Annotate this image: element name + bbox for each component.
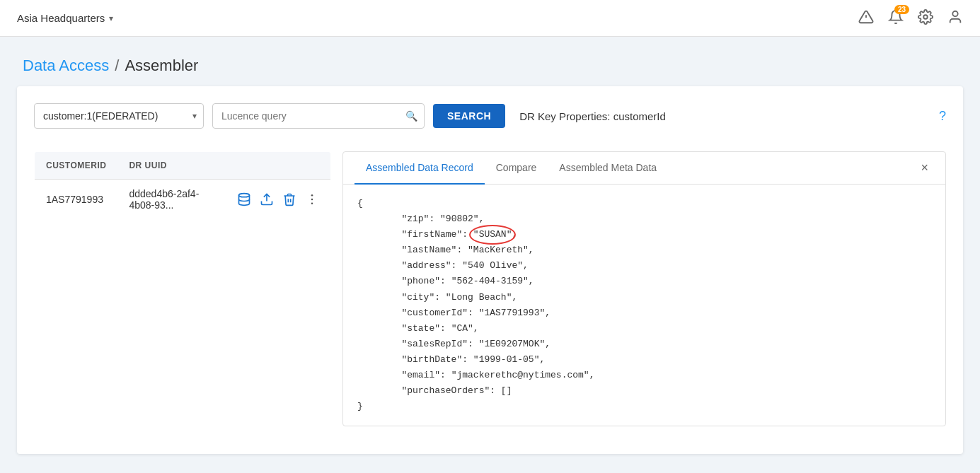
data-source-select[interactable]: customer:1(FEDERATED) customer:2(FEDERAT…: [34, 103, 204, 129]
lucence-query-input[interactable]: [212, 103, 425, 129]
upload-icon[interactable]: [260, 192, 274, 206]
tab-assembled-data-record[interactable]: Assembled Data Record: [354, 152, 485, 185]
json-value-firstname: "SUSAN": [473, 227, 512, 243]
json-value-salesrepid: "1E09207MOK": [479, 339, 546, 349]
svg-point-7: [311, 199, 313, 201]
tab-assembled-meta-data[interactable]: Assembled Meta Data: [548, 152, 668, 185]
org-name: Asia Headquarters: [17, 12, 105, 24]
cell-customerid: 1AS7791993: [35, 180, 118, 220]
breadcrumb-current: Assembler: [125, 57, 198, 75]
search-button[interactable]: SEARCH: [433, 104, 505, 128]
right-panel: Assembled Data Record Compare Assembled …: [342, 151, 946, 426]
svg-point-4: [239, 194, 250, 197]
close-icon[interactable]: ×: [915, 155, 934, 181]
breadcrumb-link[interactable]: Data Access: [23, 57, 109, 75]
table-row[interactable]: 1AS7791993 ddded4b6-2af4-4b08-93...: [35, 180, 331, 220]
delete-icon[interactable]: [282, 192, 296, 206]
row-actions: [237, 192, 319, 206]
help-icon[interactable]: ?: [939, 109, 946, 124]
more-options-icon[interactable]: [305, 192, 319, 206]
app-header: Asia Headquarters ▾ 23: [0, 0, 980, 37]
svg-point-3: [952, 11, 957, 16]
search-input-wrapper: 🔍: [212, 103, 425, 129]
json-value-email: "jmackerethc@nytimes.com": [451, 370, 589, 380]
user-icon[interactable]: [947, 9, 963, 27]
json-value-phone: "562-404-3159": [451, 276, 529, 286]
table-header-row: CUSTOMERID DR UUID: [35, 152, 331, 180]
breadcrumb-separator: /: [115, 57, 119, 75]
col-druuid: DR UUID: [117, 152, 226, 180]
json-value-address: "540 Olive": [462, 260, 523, 271]
dr-key-props-label: DR Key Properties: customerId: [519, 110, 666, 122]
notification-count: 23: [894, 5, 909, 14]
alert-icon[interactable]: [858, 9, 874, 27]
header-actions: 23: [858, 9, 963, 27]
breadcrumb: Data Access / Assembler: [23, 57, 957, 75]
cell-druuid: ddded4b6-2af4-4b08-93...: [117, 180, 226, 220]
json-content: { "zip": "90802", "firstName": "SUSAN", …: [343, 185, 945, 426]
col-actions: [226, 152, 331, 180]
main-card: customer:1(FEDERATED) customer:2(FEDERAT…: [17, 86, 963, 454]
table-panel: CUSTOMERID DR UUID 1AS7791993 ddded4b6-2…: [34, 151, 331, 220]
content-area: CUSTOMERID DR UUID 1AS7791993 ddded4b6-2…: [34, 151, 946, 426]
tab-compare[interactable]: Compare: [485, 152, 548, 185]
json-value-city: "Long Beach": [446, 292, 512, 303]
search-icon: 🔍: [405, 110, 417, 122]
org-selector[interactable]: Asia Headquarters ▾: [17, 12, 113, 24]
col-customerid: CUSTOMERID: [35, 152, 118, 180]
svg-point-2: [923, 15, 928, 19]
search-row: customer:1(FEDERATED) customer:2(FEDERAT…: [34, 103, 946, 129]
select-wrapper: customer:1(FEDERATED) customer:2(FEDERAT…: [34, 103, 204, 129]
svg-point-6: [311, 194, 313, 197]
json-value-customerid: "1AS7791993": [479, 308, 546, 318]
json-value-purchaseorders: []: [501, 385, 512, 396]
breadcrumb-area: Data Access / Assembler: [0, 37, 980, 86]
chevron-down-icon: ▾: [109, 13, 113, 23]
json-value-lastname: "MacKereth": [468, 245, 529, 255]
svg-point-8: [311, 203, 313, 205]
tabs-header: Assembled Data Record Compare Assembled …: [343, 152, 945, 185]
json-value-zip: "90802": [440, 214, 479, 224]
database-icon[interactable]: [237, 192, 251, 206]
json-value-birthdate: "1999-01-05": [473, 354, 540, 365]
data-table: CUSTOMERID DR UUID 1AS7791993 ddded4b6-2…: [34, 151, 331, 220]
settings-icon[interactable]: [918, 9, 933, 27]
json-value-state: "CA": [451, 323, 473, 334]
notification-icon[interactable]: 23: [888, 9, 904, 27]
